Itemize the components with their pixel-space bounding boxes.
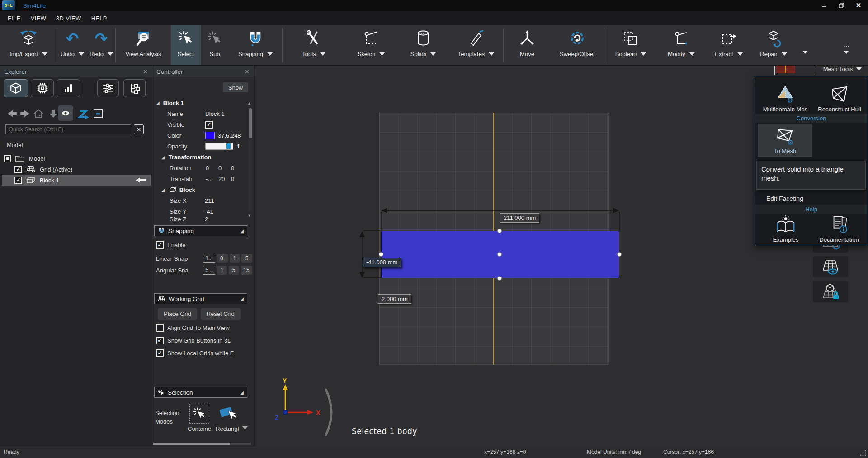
collapse-icon[interactable]: ◢ <box>240 296 244 301</box>
tool-solids[interactable]: Solids <box>397 25 449 65</box>
dropdown-caret-icon[interactable] <box>641 52 646 56</box>
property-scrollbar[interactable] <box>248 106 252 211</box>
menu-3d-view[interactable]: 3D VIEW <box>51 13 86 24</box>
tree-row-grid[interactable]: ✓ Grid (Active) <box>2 164 151 175</box>
tool-move[interactable]: Move <box>504 25 551 65</box>
dropdown-caret-icon[interactable] <box>320 52 326 56</box>
snapping-enable-row[interactable]: ✓Enable <box>152 239 254 251</box>
collapse-icon[interactable]: ◢ <box>240 390 244 395</box>
angular-snap-custom[interactable]: 5... <box>203 266 215 275</box>
snapping-section-header[interactable]: Snapping◢ <box>154 225 247 236</box>
viewport-3d[interactable]: 211.000 mm -41.000 mm 2.000 mm Y X Z Sel… <box>255 66 868 446</box>
goto-down-icon[interactable] <box>48 108 59 119</box>
close-icon[interactable]: ✕ <box>143 68 148 75</box>
multidomain-mesh-item[interactable]: ⚙ Multidomain Mes <box>759 80 812 113</box>
show-grid-buttons-check-row[interactable]: ✓Show Grid Buttons in 3D <box>152 334 254 347</box>
collapse-all-icon[interactable] <box>92 108 104 119</box>
property-row-size-x[interactable]: Size X211 <box>152 195 247 206</box>
explorer-tab-analysis[interactable] <box>57 79 80 97</box>
linear-snap-preset[interactable]: 5 <box>241 254 252 263</box>
forward-icon[interactable] <box>19 108 31 119</box>
maximize-button[interactable] <box>835 1 848 10</box>
dropdown-caret-icon[interactable] <box>782 52 787 56</box>
checkbox-checked[interactable]: ✓ <box>156 337 164 344</box>
documentation-item[interactable]: Documentation <box>813 215 865 243</box>
tool-overflow[interactable]: ... <box>825 25 868 65</box>
viewport-axis-tool[interactable] <box>774 66 814 75</box>
align-grid-check-row[interactable]: Align Grid To Main View <box>152 321 254 334</box>
search-input[interactable] <box>5 124 131 134</box>
containing-mode-button[interactable]: Containe <box>188 404 211 432</box>
slider-handle[interactable] <box>226 143 231 149</box>
scrollbar-handle[interactable] <box>153 443 230 445</box>
tool-redo[interactable]: ↷ Redo <box>87 25 115 65</box>
reconstruct-hull-item[interactable]: Reconstruct Hull <box>813 80 866 113</box>
dropdown-caret-icon[interactable] <box>844 51 849 54</box>
horizontal-scrollbar[interactable] <box>153 443 251 445</box>
expander-icon[interactable]: ◢ <box>161 187 165 192</box>
tool-imp-export[interactable]: Imp/Export <box>0 25 57 65</box>
tool-modify[interactable]: Modify <box>657 25 706 65</box>
menu-file[interactable]: FILE <box>3 13 26 24</box>
examples-item[interactable]: Examples <box>762 215 809 243</box>
grid-lock-button[interactable] <box>813 281 848 302</box>
dropdown-caret-icon[interactable] <box>267 52 273 56</box>
checkbox-checked[interactable]: ✓ <box>156 349 164 357</box>
block1-solid[interactable] <box>381 231 619 278</box>
selection-section-header[interactable]: Selection◢ <box>154 387 247 398</box>
tree-row-block1[interactable]: ✓ Block 1 <box>2 175 151 186</box>
tool-snapping[interactable]: Snapping <box>229 25 282 65</box>
property-row-name[interactable]: NameBlock 1 <box>152 108 247 119</box>
tool-sweep-offset[interactable]: Sweep/Offset <box>551 25 604 65</box>
expander-icon[interactable]: ◢ <box>156 100 160 105</box>
dropdown-caret-icon[interactable] <box>108 52 113 56</box>
show-local-grids-check-row[interactable]: ✓Show Local Grids while E <box>152 347 254 359</box>
property-row-translation[interactable]: Translati-...200 <box>152 173 247 184</box>
close-button[interactable]: ✕ <box>852 1 865 10</box>
angular-snap-preset[interactable]: 15 <box>241 266 252 275</box>
dropdown-caret-icon[interactable] <box>689 52 695 56</box>
resize-grip-icon[interactable] <box>859 449 867 457</box>
depth-dimension-label[interactable]: 2.000 mm <box>378 294 411 304</box>
checkbox-unchecked[interactable] <box>156 324 164 332</box>
grid-visibility-button[interactable] <box>813 256 848 277</box>
property-row-rotation[interactable]: Rotation000 <box>152 162 247 173</box>
opacity-slider[interactable] <box>205 143 233 150</box>
property-group-transformation[interactable]: ◢Transformation <box>152 152 247 162</box>
tool-templates[interactable]: Templates <box>449 25 503 65</box>
color-swatch[interactable] <box>205 132 215 139</box>
to-mesh-item[interactable]: ⚙ To Mesh <box>758 124 812 157</box>
modes-caret-icon[interactable] <box>242 426 248 429</box>
menu-help[interactable]: HELP <box>86 13 112 24</box>
visible-checkbox[interactable]: ✓ <box>205 121 213 129</box>
tool-undo[interactable]: ↶ Undo <box>57 25 87 65</box>
checkbox-checked[interactable]: ✓ <box>14 166 22 173</box>
tool-group-expander[interactable] <box>795 25 815 65</box>
scrollbar-handle[interactable] <box>249 108 252 138</box>
search-clear-button[interactable]: ✕ <box>134 124 144 134</box>
linear-snap-custom[interactable]: 1... <box>203 254 215 263</box>
tool-extract[interactable]: Extract <box>706 25 752 65</box>
explorer-filter-button[interactable] <box>97 79 119 97</box>
back-icon[interactable] <box>6 108 18 119</box>
checkbox-partial[interactable] <box>4 155 11 162</box>
rectangle-mode-button[interactable]: Rectangl <box>216 404 239 432</box>
tool-view-analysis[interactable]: View Analysis <box>116 25 171 65</box>
tree-row-model[interactable]: Model <box>2 153 151 164</box>
height-dimension-label[interactable]: -41.000 mm <box>363 258 401 267</box>
visibility-eye-button[interactable] <box>58 105 73 121</box>
menu-view[interactable]: VIEW <box>26 13 51 24</box>
tool-boolean[interactable]: Boolean <box>604 25 657 65</box>
edit-faceting-item[interactable]: Edit Faceting <box>766 195 803 202</box>
dropdown-caret-icon[interactable] <box>489 52 494 56</box>
mesh-tools-button[interactable]: Mesh Tools <box>816 66 868 75</box>
goto-arrow-icon[interactable] <box>135 177 147 183</box>
dropdown-caret-icon[interactable] <box>379 52 385 56</box>
tool-select[interactable]: Select <box>171 25 201 65</box>
tool-repair[interactable]: Repair <box>752 25 795 65</box>
dropdown-caret-icon[interactable] <box>79 52 84 56</box>
reset-grid-button[interactable]: Reset Grid <box>201 308 241 320</box>
dropdown-caret-icon[interactable] <box>802 51 808 54</box>
expander-icon[interactable]: ◢ <box>161 155 165 160</box>
linear-snap-preset[interactable]: 1 <box>230 254 240 263</box>
